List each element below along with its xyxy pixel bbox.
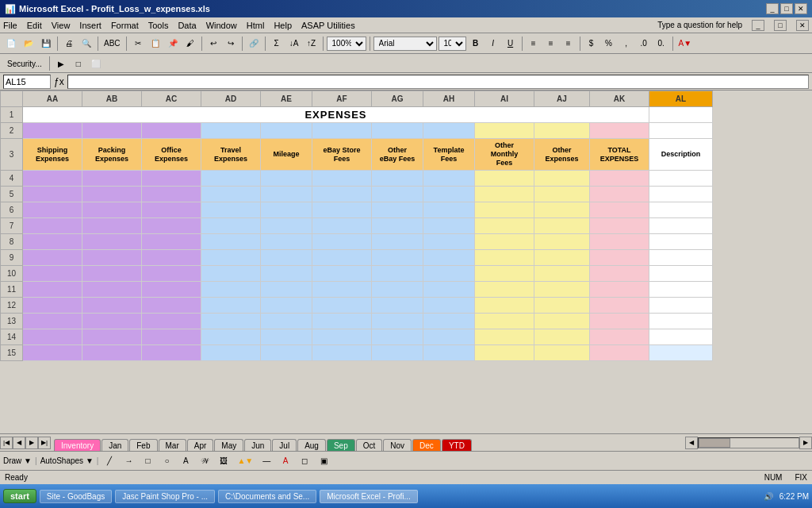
clipart-button[interactable]: 🖼 bbox=[216, 453, 232, 469]
header-ebay-store[interactable]: eBay StoreFees bbox=[312, 139, 372, 171]
sheet-tab-may[interactable]: May bbox=[214, 439, 243, 452]
cell-AG10[interactable] bbox=[372, 266, 423, 282]
increase-decimal-button[interactable]: .0 bbox=[636, 36, 652, 52]
cell-AE5[interactable] bbox=[261, 187, 312, 202]
sheet-tab-aug[interactable]: Aug bbox=[297, 439, 326, 452]
tab-scroll-next[interactable]: ▶ bbox=[25, 437, 38, 449]
col-header-AA[interactable]: AA bbox=[23, 91, 82, 107]
app-close-button[interactable]: ✕ bbox=[796, 20, 809, 31]
cell-AA9[interactable] bbox=[23, 250, 82, 266]
cell-AJ2[interactable] bbox=[534, 123, 590, 139]
print-button[interactable]: 🖨 bbox=[61, 36, 77, 52]
cell-AA4[interactable] bbox=[23, 171, 82, 187]
cell-AI9[interactable] bbox=[475, 250, 534, 266]
cell-AB6[interactable] bbox=[82, 202, 142, 218]
cell-AK14[interactable] bbox=[590, 329, 649, 345]
sheet-tab-sep[interactable]: Sep bbox=[327, 439, 355, 452]
col-header-AI[interactable]: AI bbox=[475, 91, 534, 107]
cell-AA13[interactable] bbox=[23, 314, 82, 329]
cell-AL8[interactable] bbox=[649, 234, 713, 250]
sheet-tab-mar[interactable]: Mar bbox=[159, 439, 186, 452]
copy-button[interactable]: 📋 bbox=[147, 36, 163, 52]
font-color-button[interactable]: A bbox=[278, 453, 293, 469]
cell-AD9[interactable] bbox=[201, 250, 261, 266]
cell-AB10[interactable] bbox=[82, 266, 142, 282]
cell-AL15[interactable] bbox=[649, 345, 713, 361]
cell-AH5[interactable] bbox=[423, 187, 475, 202]
cell-AC13[interactable] bbox=[142, 314, 201, 329]
cell-AA6[interactable] bbox=[23, 202, 82, 218]
header-other-ebay[interactable]: OthereBay Fees bbox=[372, 139, 423, 171]
cell-AJ15[interactable] bbox=[534, 345, 590, 361]
cell-AH13[interactable] bbox=[423, 314, 475, 329]
cell-AG12[interactable] bbox=[372, 298, 423, 314]
cell-AG6[interactable] bbox=[372, 202, 423, 218]
col-header-AH[interactable]: AH bbox=[423, 91, 475, 107]
cell-AI12[interactable] bbox=[475, 298, 534, 314]
cell-AL1[interactable] bbox=[649, 107, 713, 123]
sheet-tab-oct[interactable]: Oct bbox=[356, 439, 383, 452]
cell-AL12[interactable] bbox=[649, 298, 713, 314]
sheet-tab-apr[interactable]: Apr bbox=[187, 439, 214, 452]
cell-AK6[interactable] bbox=[590, 202, 649, 218]
cell-AC8[interactable] bbox=[142, 234, 201, 250]
cell-AE2[interactable] bbox=[261, 123, 312, 139]
cell-AG2[interactable] bbox=[372, 123, 423, 139]
app-minimize-button[interactable]: _ bbox=[752, 20, 764, 31]
cell-AL14[interactable] bbox=[649, 329, 713, 345]
cell-AD13[interactable] bbox=[201, 314, 261, 329]
cell-AI14[interactable] bbox=[475, 329, 534, 345]
formula-input[interactable] bbox=[67, 75, 809, 89]
cell-AJ9[interactable] bbox=[534, 250, 590, 266]
start-button[interactable]: start bbox=[3, 489, 36, 503]
maximize-button[interactable]: □ bbox=[780, 3, 793, 14]
new-button[interactable]: 📄 bbox=[3, 36, 19, 52]
cell-AF2[interactable] bbox=[312, 123, 372, 139]
cell-AF10[interactable] bbox=[312, 266, 372, 282]
app-restore-button[interactable]: □ bbox=[774, 20, 787, 31]
textbox-button[interactable]: A bbox=[178, 453, 193, 469]
tab-scroll-last[interactable]: ▶| bbox=[38, 437, 51, 449]
sort-desc-button[interactable]: ↑Z bbox=[304, 36, 320, 52]
cell-AK13[interactable] bbox=[590, 314, 649, 329]
menu-insert[interactable]: Insert bbox=[79, 21, 102, 30]
header-description[interactable]: Description bbox=[649, 139, 713, 171]
cell-AK12[interactable] bbox=[590, 298, 649, 314]
line-button[interactable]: ╱ bbox=[102, 453, 117, 469]
cell-AE12[interactable] bbox=[261, 298, 312, 314]
tab-scroll-first[interactable]: |◀ bbox=[0, 437, 13, 449]
cell-AD10[interactable] bbox=[201, 266, 261, 282]
hscroll-left[interactable]: ◀ bbox=[685, 437, 698, 449]
cell-AC10[interactable] bbox=[142, 266, 201, 282]
cell-AA15[interactable] bbox=[23, 345, 82, 361]
shadow-button[interactable]: ◻ bbox=[297, 453, 312, 469]
cell-AA12[interactable] bbox=[23, 298, 82, 314]
cell-AE11[interactable] bbox=[261, 282, 312, 298]
cell-AB15[interactable] bbox=[82, 345, 142, 361]
cell-AK5[interactable] bbox=[590, 187, 649, 202]
italic-button[interactable]: I bbox=[485, 36, 501, 52]
header-total[interactable]: TOTALEXPENSES bbox=[590, 139, 649, 171]
align-right-button[interactable]: ≡ bbox=[561, 36, 576, 52]
cell-AH4[interactable] bbox=[423, 171, 475, 187]
3d-button[interactable]: ▣ bbox=[316, 453, 331, 469]
cell-AC5[interactable] bbox=[142, 187, 201, 202]
col-header-AC[interactable]: AC bbox=[142, 91, 201, 107]
cell-AI7[interactable] bbox=[475, 218, 534, 234]
menu-data[interactable]: Data bbox=[178, 21, 196, 30]
col-header-AB[interactable]: AB bbox=[82, 91, 142, 107]
cell-AL5[interactable] bbox=[649, 187, 713, 202]
cell-AB9[interactable] bbox=[82, 250, 142, 266]
cell-AG7[interactable] bbox=[372, 218, 423, 234]
cell-AF4[interactable] bbox=[312, 171, 372, 187]
cell-AD12[interactable] bbox=[201, 298, 261, 314]
col-header-AL[interactable]: AL bbox=[649, 91, 713, 107]
cell-AB12[interactable] bbox=[82, 298, 142, 314]
cell-AC14[interactable] bbox=[142, 329, 201, 345]
cell-AI15[interactable] bbox=[475, 345, 534, 361]
header-template[interactable]: TemplateFees bbox=[423, 139, 475, 171]
header-packing[interactable]: PackingExpenses bbox=[82, 139, 142, 171]
cell-AF8[interactable] bbox=[312, 234, 372, 250]
cell-AK7[interactable] bbox=[590, 218, 649, 234]
cell-AD6[interactable] bbox=[201, 202, 261, 218]
